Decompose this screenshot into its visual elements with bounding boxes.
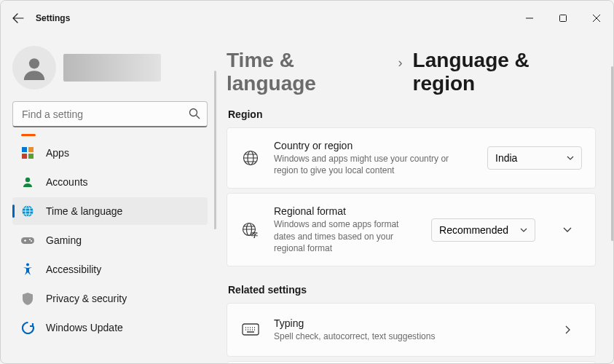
- sidebar-item-label: Gaming: [46, 234, 82, 246]
- apps-icon: [21, 146, 34, 159]
- sidebar-item-accounts[interactable]: Accounts: [12, 168, 208, 196]
- svg-point-11: [29, 239, 31, 240]
- content-area: Apps Accounts Time & language Gaming Acc…: [1, 36, 613, 363]
- svg-text:字: 字: [251, 232, 258, 238]
- avatar: [12, 46, 56, 90]
- globe-text-icon: 字: [240, 222, 261, 238]
- main-panel: Time & language › Language & region Regi…: [219, 36, 613, 363]
- time-language-icon: [21, 205, 34, 218]
- section-related: Related settings: [228, 284, 596, 296]
- sidebar-item-label: Accessibility: [46, 264, 101, 275]
- sidebar: Apps Accounts Time & language Gaming Acc…: [1, 36, 219, 363]
- svg-rect-3: [22, 147, 27, 152]
- active-indicator: [12, 205, 15, 218]
- sidebar-item-apps[interactable]: Apps: [12, 139, 208, 167]
- card-country-region: Country or region Windows and apps might…: [227, 127, 596, 189]
- person-icon: [22, 55, 47, 80]
- chevron-down-icon: [563, 227, 572, 232]
- user-name-redacted: [63, 54, 161, 82]
- chevron-down-icon: [520, 228, 527, 232]
- scroll-indicator: [21, 134, 36, 136]
- search-input[interactable]: [12, 101, 208, 127]
- svg-point-7: [25, 178, 30, 182]
- svg-point-2: [190, 109, 197, 116]
- card-regional-format: 字 Regional format Windows and some apps …: [227, 193, 596, 266]
- dropdown-value: India: [495, 152, 517, 164]
- chevron-down-icon: [567, 156, 574, 160]
- card-title: Country or region: [274, 140, 474, 151]
- sidebar-item-update[interactable]: Windows Update: [12, 314, 208, 341]
- svg-point-1: [29, 58, 39, 68]
- sidebar-item-label: Privacy & security: [46, 293, 127, 304]
- minimize-button[interactable]: [513, 7, 546, 30]
- section-region: Region: [228, 108, 596, 120]
- maximize-icon: [559, 15, 567, 22]
- svg-rect-5: [22, 154, 27, 159]
- maximize-button[interactable]: [546, 7, 580, 30]
- card-title: Regional format: [274, 205, 418, 217]
- shield-icon: [21, 292, 34, 305]
- accessibility-icon: [21, 263, 34, 276]
- accounts-icon: [21, 175, 34, 189]
- card-description: Spell check, autocorrect, text suggestio…: [274, 331, 535, 342]
- update-icon: [21, 321, 34, 334]
- sidebar-item-label: Accounts: [46, 176, 88, 188]
- svg-rect-4: [28, 147, 34, 152]
- expand-button[interactable]: [553, 215, 582, 245]
- format-dropdown[interactable]: Recommended: [431, 218, 535, 242]
- window-controls: [513, 7, 613, 30]
- breadcrumb-current: Language & region: [413, 49, 596, 95]
- card-description: Windows and some apps format dates and t…: [274, 218, 418, 254]
- content-scrollbar-right[interactable]: [609, 66, 613, 285]
- minimize-icon: [526, 15, 533, 22]
- arrow-left-icon: [12, 12, 24, 24]
- window-title: Settings: [36, 13, 70, 23]
- navigate-button: [553, 315, 582, 344]
- sidebar-item-label: Apps: [46, 147, 69, 159]
- globe-icon: [240, 150, 261, 166]
- sidebar-item-label: Time & language: [46, 205, 122, 217]
- sidebar-item-privacy[interactable]: Privacy & security: [12, 285, 208, 312]
- svg-rect-0: [560, 15, 567, 22]
- breadcrumb: Time & language › Language & region: [227, 49, 596, 95]
- svg-point-12: [31, 240, 32, 242]
- card-typing[interactable]: Typing Spell check, autocorrect, text su…: [227, 303, 596, 357]
- sidebar-item-accessibility[interactable]: Accessibility: [12, 256, 208, 283]
- card-title: Typing: [274, 317, 535, 329]
- keyboard-icon: [240, 323, 261, 336]
- title-bar: Settings: [1, 1, 613, 36]
- svg-rect-6: [28, 154, 34, 159]
- breadcrumb-parent[interactable]: Time & language: [227, 49, 388, 95]
- sidebar-item-time-language[interactable]: Time & language: [12, 197, 208, 225]
- sidebar-item-label: Windows Update: [46, 322, 123, 333]
- close-button[interactable]: [580, 7, 613, 30]
- chevron-right-icon: [565, 325, 570, 334]
- search-box: [12, 101, 208, 127]
- gaming-icon: [21, 234, 34, 247]
- dropdown-value: Recommended: [439, 224, 508, 236]
- back-button[interactable]: [1, 1, 36, 36]
- chevron-right-icon: ›: [398, 55, 403, 71]
- card-admin-language[interactable]: A Administrative language settings: [227, 361, 596, 363]
- svg-rect-10: [21, 237, 34, 244]
- svg-point-13: [26, 264, 29, 266]
- close-icon: [593, 15, 600, 22]
- user-profile[interactable]: [12, 46, 208, 90]
- sidebar-item-gaming[interactable]: Gaming: [12, 226, 208, 254]
- search-icon: [189, 108, 200, 122]
- sidebar-nav: Apps Accounts Time & language Gaming Acc…: [12, 139, 208, 341]
- country-dropdown[interactable]: India: [487, 146, 582, 170]
- content-scrollbar-left[interactable]: [214, 66, 216, 248]
- card-description: Windows and apps might use your country …: [274, 153, 474, 176]
